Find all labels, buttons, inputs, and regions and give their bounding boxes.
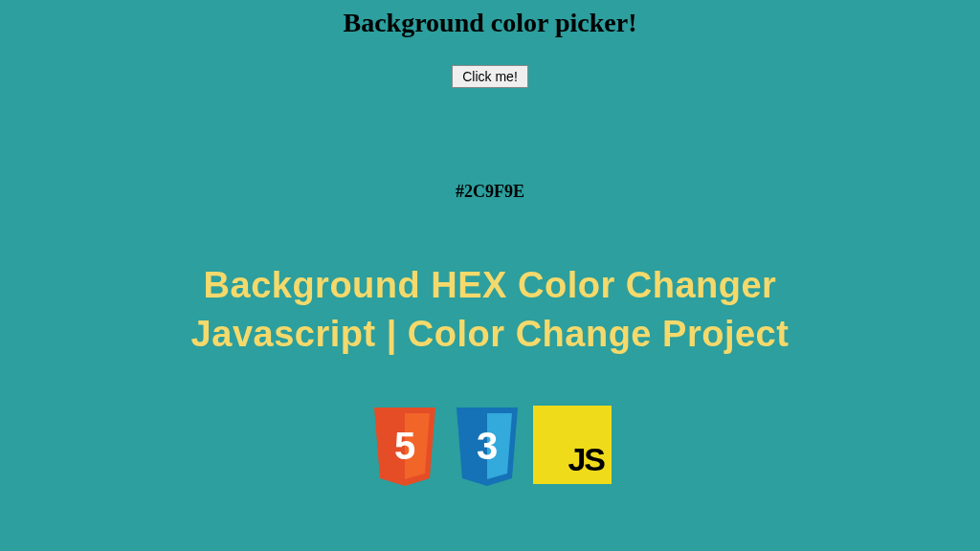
headline-line-1: Background HEX Color Changer bbox=[191, 261, 790, 310]
html5-icon: 5 bbox=[368, 406, 441, 490]
tech-logos: 5 3 JS bbox=[368, 406, 612, 490]
js-label: JS bbox=[568, 441, 604, 478]
svg-text:5: 5 bbox=[394, 425, 415, 467]
page-title: Background color picker! bbox=[344, 8, 637, 38]
hex-color-display: #2C9F9E bbox=[456, 182, 524, 202]
headline-line-2: Javascript | Color Change Project bbox=[191, 310, 790, 359]
click-me-button[interactable]: Click me! bbox=[452, 65, 528, 88]
headline: Background HEX Color Changer Javascript … bbox=[191, 261, 790, 360]
javascript-icon: JS bbox=[533, 406, 612, 484]
css3-icon: 3 bbox=[451, 406, 523, 490]
svg-text:3: 3 bbox=[477, 425, 498, 467]
